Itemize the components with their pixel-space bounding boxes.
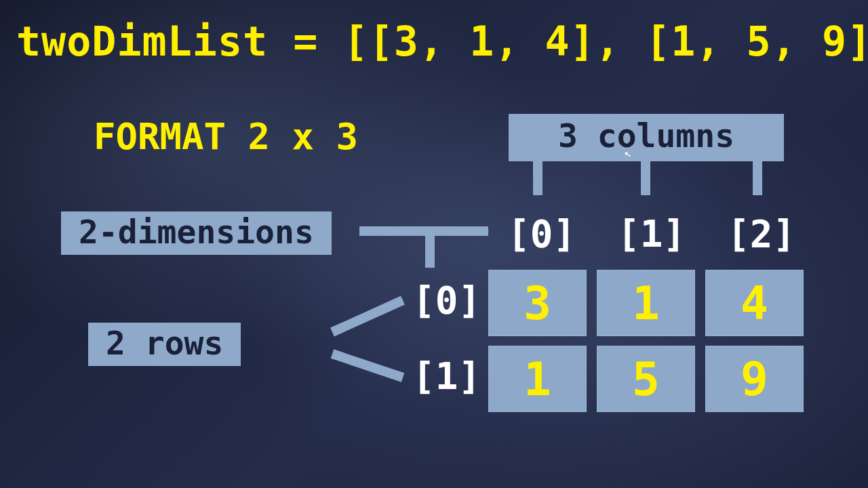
chip-dimensions: 2-dimensions bbox=[61, 211, 332, 255]
row-index-1: [1] bbox=[412, 354, 481, 398]
cell-0-2: 4 bbox=[705, 270, 804, 336]
chip-rows: 2 rows bbox=[88, 323, 241, 366]
cell-1-1: 5 bbox=[597, 346, 695, 412]
col-index-1: [1] bbox=[617, 211, 686, 256]
code-line: twoDimList = [[3, 1, 4], [1, 5, 9]] bbox=[16, 18, 861, 65]
svg-line-5 bbox=[332, 300, 403, 332]
chip-columns: 3 columns bbox=[509, 114, 784, 161]
row-index-0: [0] bbox=[412, 278, 481, 322]
col-index-2: [2] bbox=[727, 211, 795, 256]
format-label: FORMAT 2 x 3 bbox=[94, 115, 358, 158]
cell-1-0: 1 bbox=[488, 346, 587, 412]
cell-1-2: 9 bbox=[705, 346, 804, 412]
cell-0-1: 1 bbox=[597, 270, 695, 336]
col-index-0: [0] bbox=[507, 211, 576, 256]
svg-line-6 bbox=[332, 354, 403, 378]
cell-0-0: 3 bbox=[488, 270, 587, 336]
